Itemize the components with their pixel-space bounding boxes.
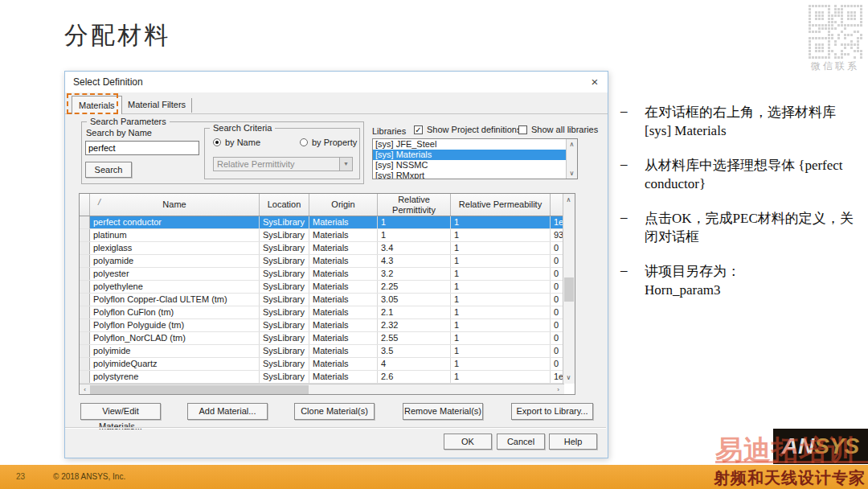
table-row[interactable]: polyimide SysLibrary Materials 3.5 1 0 (80, 345, 564, 358)
checkbox-unchecked-icon (518, 125, 527, 134)
dialog-titlebar: Select Definition × (65, 72, 608, 92)
material-action-button[interactable]: Clone Material(s) (294, 403, 375, 420)
ok-button[interactable]: OK (444, 434, 492, 450)
search-parameters-group: Search Parameters Search by Name Search … (81, 121, 364, 184)
scrollbar-thumb[interactable] (90, 385, 309, 394)
show-all-libraries-label: Show all libraries (531, 125, 598, 134)
bullet-item: – 点击OK，完成PEC材料的定义，关闭对话框 (620, 209, 863, 247)
table-row[interactable]: perfect conductor SysLibrary Materials 1… (80, 216, 564, 229)
property-dropdown[interactable]: Relative Permittivity ▼ (213, 157, 353, 171)
libraries-scrollbar[interactable]: ∧ ∨ (566, 139, 577, 179)
table-row[interactable]: polyethylene SysLibrary Materials 2.25 1… (80, 281, 564, 294)
bullet-dash: – (620, 103, 645, 141)
table-horizontal-scrollbar[interactable]: ‹ › (80, 384, 564, 394)
scroll-down-icon[interactable]: ∨ (563, 372, 574, 383)
bullet-item: – 从材料库中选择理想导体 {perfect conductor} (620, 156, 863, 194)
close-icon[interactable]: × (587, 74, 603, 90)
bullet-item: – 在对话框的右上角，选择材料库 [sys] Materials (620, 103, 863, 141)
radio-selected-icon (213, 138, 221, 146)
instruction-bullets: – 在对话框的右上角，选择材料库 [sys] Materials – 从材料库中… (620, 103, 863, 300)
property-dropdown-value: Relative Permittivity (217, 159, 295, 169)
library-list-item[interactable]: [sys] Materials (373, 150, 577, 160)
radio-by-name[interactable]: by Name (213, 138, 260, 147)
table-row[interactable]: polystyrene SysLibrary Materials 2.6 1 1… (80, 371, 564, 384)
radio-unselected-icon (300, 138, 308, 146)
show-all-libraries-checkbox[interactable]: Show all libraries (518, 125, 598, 134)
show-project-definitions-checkbox[interactable]: ✓ Show Project definitions (414, 125, 521, 134)
copyright-text: © 2018 ANSYS, Inc. (53, 472, 125, 481)
scroll-up-icon[interactable]: ∧ (567, 139, 577, 150)
table-row[interactable]: polyimideQuartz SysLibrary Materials 4 1… (80, 358, 564, 371)
table-row[interactable]: polyamide SysLibrary Materials 4.3 1 0 (80, 255, 564, 268)
watermark-text: 易迪拓培训 (715, 432, 868, 469)
scroll-left-icon[interactable]: ‹ (80, 384, 90, 395)
scroll-right-icon[interactable]: › (553, 384, 563, 395)
radio-by-name-label: by Name (225, 138, 260, 147)
material-action-button[interactable]: Add Material... (187, 403, 268, 420)
search-input[interactable] (85, 141, 199, 155)
table-row[interactable]: plexiglass SysLibrary Materials 3.4 1 0 (80, 242, 564, 255)
row-gutter-header (80, 194, 90, 216)
column-header-origin[interactable]: Origin (309, 194, 378, 216)
search-criteria-group: Search Criteria by Name by Property Rela… (204, 128, 360, 179)
bullet-dash: – (620, 209, 645, 247)
table-vertical-scrollbar[interactable]: ∧ ∨ (563, 194, 575, 384)
material-action-button[interactable]: Remove Material(s) (403, 403, 483, 420)
slide: 分配材料 微信联系 Select Definition × Materials … (0, 0, 868, 489)
material-action-button[interactable]: View/Edit Materials... (80, 403, 161, 420)
table-row[interactable]: Polyflon CuFlon (tm) SysLibrary Material… (80, 306, 564, 319)
search-by-name-label: Search by Name (86, 128, 152, 138)
libraries-listbox: [sys] JFE_Steel[sys] Materials[sys] NSSM… (372, 138, 578, 179)
search-parameters-label: Search Parameters (87, 117, 170, 126)
table-row[interactable]: Polyflon Polyguide (tm) SysLibrary Mater… (80, 319, 564, 332)
tab-material-filters[interactable]: Material Filters (122, 98, 192, 113)
column-header-name[interactable]: / Name (90, 194, 260, 216)
qr-code (809, 5, 863, 60)
table-header-row: / Name Location Origin Relative Permitti… (80, 194, 564, 216)
table-body: perfect conductor SysLibrary Materials 1… (80, 216, 564, 384)
footer-separator (65, 427, 606, 428)
column-header-relative-permeability[interactable]: Relative Permeability (451, 194, 551, 216)
footer-tagline: 射频和天线设计专家 (714, 467, 866, 489)
watermark-underline (715, 461, 868, 463)
column-header-relative-permittivity[interactable]: Relative Permittivity (378, 194, 451, 216)
scroll-up-icon[interactable]: ∧ (563, 195, 574, 205)
search-button[interactable]: Search (85, 162, 132, 178)
table-row[interactable]: platinum SysLibrary Materials 1 1 930 (80, 229, 564, 242)
sort-ascending-icon: / (98, 197, 100, 207)
search-criteria-label: Search Criteria (210, 123, 275, 133)
scrollbar-thumb[interactable] (564, 277, 574, 302)
radio-by-property[interactable]: by Property (300, 138, 357, 147)
radio-by-property-label: by Property (312, 138, 357, 147)
library-list-item[interactable]: [sys] RMxprt (373, 171, 577, 179)
qr-caption: 微信联系 (800, 60, 868, 73)
scroll-down-icon[interactable]: ∨ (567, 168, 577, 179)
select-definition-dialog: Select Definition × Materials Material F… (64, 71, 608, 458)
tab-materials[interactable]: Materials (72, 96, 122, 114)
page-number: 23 (16, 472, 25, 481)
help-button[interactable]: Help (549, 434, 597, 450)
table-row[interactable]: Polyflon Copper-Clad ULTEM (tm) SysLibra… (80, 294, 564, 306)
column-header-location[interactable]: Location (260, 194, 309, 216)
table-row[interactable]: polyester SysLibrary Materials 3.2 1 0 (80, 268, 564, 281)
chevron-down-icon[interactable]: ▼ (339, 158, 352, 171)
material-action-button[interactable]: Export to Library... (511, 403, 593, 420)
library-list-item[interactable]: [sys] NSSMC (373, 160, 577, 171)
libraries-label: Libraries (372, 126, 406, 136)
tab-strip: Materials Material Filters (65, 92, 608, 114)
show-project-definitions-label: Show Project definitions (427, 125, 521, 134)
checkbox-checked-icon: ✓ (414, 125, 423, 134)
bullet-dash: – (620, 262, 645, 300)
library-list-item[interactable]: [sys] JFE_Steel (373, 139, 577, 150)
dialog-title: Select Definition (73, 76, 143, 88)
materials-table: / Name Location Origin Relative Permitti… (79, 193, 575, 395)
table-row[interactable]: Polyflon_NorCLAD (tm) SysLibrary Materia… (80, 332, 564, 345)
bullet-dash: – (620, 156, 645, 194)
cancel-button[interactable]: Cancel (497, 434, 545, 450)
bullet-item: – 讲项目另存为： Horn_param3 (620, 262, 863, 300)
page-title: 分配材料 (64, 19, 170, 52)
